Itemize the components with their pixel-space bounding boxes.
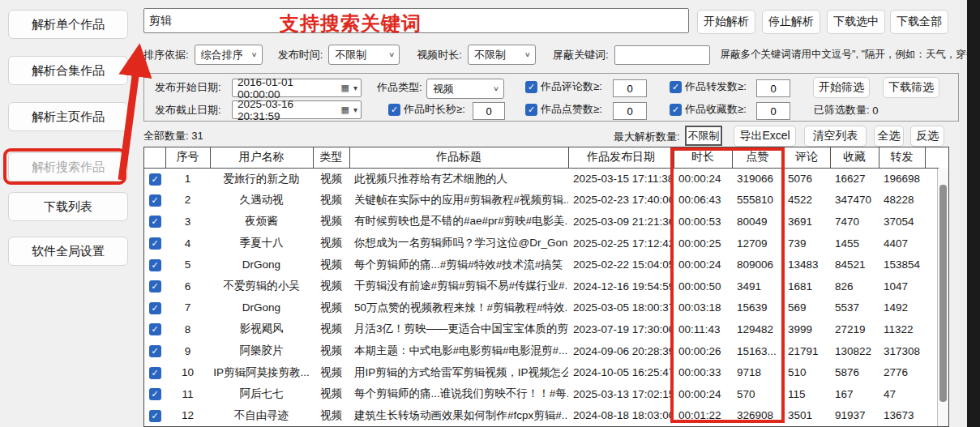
invert-selection-button[interactable]: 反选 <box>910 126 944 147</box>
checkbox-checked-icon[interactable]: ✓ <box>670 81 682 93</box>
cell-shares: 11322 <box>879 318 925 340</box>
header-shares[interactable]: 转发 <box>879 147 925 168</box>
cell-shares: 153854 <box>879 254 925 275</box>
header-comments[interactable]: 评论 <box>783 147 830 168</box>
cell-comments: 4522 <box>783 190 830 211</box>
cell-user: 爱旅行的新之助 <box>210 168 313 190</box>
cell-seq: 11 <box>165 383 210 405</box>
header-type[interactable]: 类型 <box>313 147 349 168</box>
header-collects[interactable]: 收藏 <box>830 147 879 168</box>
share-min-input[interactable] <box>756 79 790 97</box>
cell-shares: 317308 <box>879 340 925 362</box>
like-min-input[interactable] <box>613 102 647 120</box>
clear-list-button[interactable]: 清空列表 <box>804 126 867 147</box>
start-filter-button[interactable]: 开始筛选 <box>813 77 870 98</box>
row-checkbox[interactable]: ✓ <box>149 410 161 422</box>
select-all-button[interactable]: 全选 <box>874 126 904 147</box>
table-row: ✓8影视飓风视频月活3亿！剪映——更适合中国宝宝体质的剪...2023-07-1… <box>144 318 939 340</box>
vertical-scrollbar[interactable] <box>937 169 948 426</box>
download-selected-button[interactable]: 下载选中 <box>827 10 885 34</box>
row-checkbox[interactable]: ✓ <box>149 280 161 292</box>
row-checkbox[interactable]: ✓ <box>149 237 161 250</box>
sort-by-select[interactable]: 综合排序∨ <box>195 45 263 65</box>
block-keyword-hint: 屏蔽多个关键词请用中文逗号", "隔开，例如：天气，穿搭 <box>721 48 977 62</box>
table-row: ✓6不爱剪辑的小吴视频干剪辑没有前途#剪辑#剪辑不易#传媒行业#...2024-… <box>144 275 939 297</box>
collect-min-checkbox-group: ✓ 作品收藏数≥: <box>670 102 747 117</box>
sidebar-item-global-settings[interactable]: 软件全局设置 <box>8 237 128 266</box>
cell-user: 季夏十八 <box>210 233 313 254</box>
block-keyword-input[interactable] <box>614 45 710 65</box>
cell-shares: 47 <box>879 383 925 405</box>
max-parse-input[interactable]: 不限制 <box>685 126 722 146</box>
work-type-select[interactable]: 视频∨ <box>426 79 504 99</box>
sidebar-item-parse-single[interactable]: 解析单个作品 <box>8 10 128 39</box>
cell-likes: 3491 <box>732 275 783 297</box>
cell-shares: 2776 <box>879 361 925 383</box>
cell-comments: 115 <box>783 383 830 405</box>
checkbox-checked-icon[interactable]: ✓ <box>388 104 400 116</box>
comment-min-input[interactable] <box>613 79 647 97</box>
cell-title: 干剪辑没有前途#剪辑#剪辑不易#传媒行业#... <box>349 275 568 297</box>
cell-type: 视频 <box>313 275 349 297</box>
row-checkbox[interactable]: ✓ <box>149 216 161 228</box>
cell-type: 视频 <box>313 340 349 362</box>
checkbox-checked-icon[interactable]: ✓ <box>525 81 537 93</box>
cell-collects: 826 <box>830 275 879 297</box>
header-title[interactable]: 作品标题 <box>349 147 568 168</box>
row-checkbox[interactable]: ✓ <box>149 302 161 314</box>
cell-shares: 4407 <box>879 233 925 254</box>
row-checkbox[interactable]: ✓ <box>149 388 161 400</box>
collect-min-input[interactable] <box>756 102 790 120</box>
caret-down-icon: ▾ <box>353 83 357 92</box>
cell-user: DrGong <box>210 254 313 275</box>
header-date[interactable]: 作品发布日期 <box>568 147 674 168</box>
row-checkbox[interactable]: ✓ <box>149 345 161 357</box>
row-checkbox[interactable]: ✓ <box>149 367 161 379</box>
cell-likes: 326908 <box>732 405 783 427</box>
row-checkbox[interactable]: ✓ <box>149 323 161 335</box>
download-all-button[interactable]: 下载全部 <box>890 10 948 34</box>
publish-time-select[interactable]: 不限制∨ <box>328 45 400 65</box>
header-seq[interactable]: 序号 <box>165 147 210 168</box>
desktop-background-strip <box>967 0 980 427</box>
header-duration[interactable]: 时长 <box>674 147 732 168</box>
header-likes[interactable]: 点赞 <box>732 147 783 168</box>
row-checkbox[interactable]: ✓ <box>149 173 161 186</box>
sidebar-item-parse-homepage[interactable]: 解析主页作品 <box>8 102 128 131</box>
export-excel-button[interactable]: 导出Excel <box>734 126 796 147</box>
cell-shares: 48228 <box>879 190 925 211</box>
cell-likes: 555810 <box>732 190 783 211</box>
comment-min-checkbox-group: ✓ 作品评论数≥: <box>525 79 602 94</box>
sidebar-item-parse-search[interactable]: 解析搜索作品 <box>8 152 128 181</box>
cell-date: 2024-12-16 19:54:59 <box>568 275 674 297</box>
search-input[interactable] <box>143 8 689 33</box>
cell-likes: 15163... <box>732 340 783 362</box>
start-date-picker[interactable]: 2016-01-01 00:00:00 ▦ ▾ <box>232 79 362 97</box>
cell-collects: 27219 <box>830 318 879 340</box>
row-checkbox[interactable]: ✓ <box>149 259 161 271</box>
table-header-row: 序号 用户名称 类型 作品标题 作品发布日期 时长 点赞 评论 收藏 转发 <box>144 147 939 168</box>
download-filter-button[interactable]: 下载筛选 <box>883 77 939 98</box>
cell-type: 视频 <box>313 383 349 405</box>
start-parse-button[interactable]: 开始解析 <box>697 10 755 34</box>
cell-collects: 167 <box>830 383 879 405</box>
cell-date: 2024-10-05 16:25:47 <box>568 361 674 383</box>
table-row: ✓9阿樂胶片视频本期主题：中式电影#电影剪辑#电影混剪#...2024-09-0… <box>144 340 939 362</box>
sidebar-item-download-list[interactable]: 下载列表 <box>8 192 128 221</box>
stop-parse-button[interactable]: 停止解析 <box>762 10 820 34</box>
cell-user: DrGong <box>210 297 313 319</box>
video-duration-select[interactable]: 不限制∨ <box>468 45 536 65</box>
cell-likes: 319066 <box>732 168 783 190</box>
cell-seq: 3 <box>165 211 210 233</box>
header-select <box>144 147 165 168</box>
row-checkbox[interactable]: ✓ <box>149 194 161 207</box>
cell-seq: 6 <box>165 275 210 297</box>
cell-duration: 00:01:22 <box>674 405 732 427</box>
scrollbar-thumb[interactable] <box>939 185 947 402</box>
duration-min-input[interactable] <box>473 102 505 120</box>
sidebar-item-parse-collection[interactable]: 解析合集作品 <box>8 56 128 85</box>
header-user[interactable]: 用户名称 <box>210 147 313 168</box>
checkbox-checked-icon[interactable]: ✓ <box>670 104 682 116</box>
end-date-picker[interactable]: 2025-03-16 20:31:59 ▦ ▾ <box>232 100 362 119</box>
checkbox-checked-icon[interactable]: ✓ <box>525 104 537 116</box>
